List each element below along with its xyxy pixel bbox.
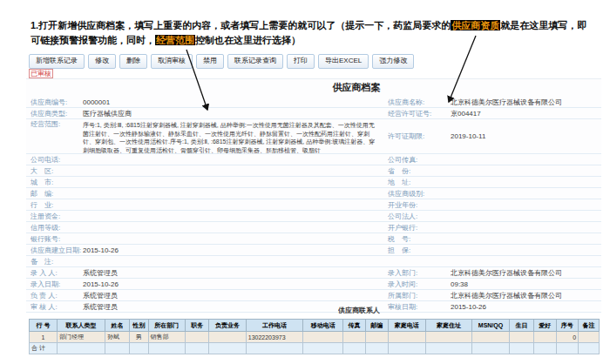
field-value: 2019-10-11 <box>451 131 601 141</box>
form-field-row: 行 业: <box>26 199 383 211</box>
field-label: 注册资金: <box>26 212 83 221</box>
column-header: 职务 <box>185 320 209 332</box>
table-cell <box>579 343 600 354</box>
add-contact-record-button[interactable]: 新增联系记录 <box>29 54 85 69</box>
table-cell <box>533 343 556 354</box>
field-value: 09:38 <box>451 280 601 289</box>
column-header: 移动电话 <box>303 320 343 332</box>
modify-button[interactable]: 修改 <box>88 54 116 69</box>
column-header: 性别 <box>129 320 148 332</box>
field-label: 公司法人: <box>383 212 451 221</box>
column-header: 传真 <box>343 320 366 332</box>
field-label: 负 责 人: <box>26 291 83 300</box>
table-cell <box>246 343 302 354</box>
table-cell <box>426 343 472 354</box>
field-value: 2015-10-26 <box>83 246 383 255</box>
form-field-row: 录入部门:北京科德美尔医疗器械设备有限公司 <box>383 267 601 279</box>
field-label: 录 入 人: <box>26 268 83 278</box>
field-label: 供应商编号: <box>26 98 83 107</box>
field-label: 备 注: <box>26 257 83 266</box>
field-value: 北京科德美尔医疗器械设备有限公司 <box>451 98 601 107</box>
field-label: 开户银行: <box>383 223 451 233</box>
column-header: 姓名 <box>105 320 130 332</box>
table-cell <box>365 332 388 343</box>
field-label: 供应商建立日期: <box>26 246 83 255</box>
form-field-row: 负 责 人:系统管理员 <box>26 290 383 301</box>
status-badge: 已审核 <box>29 69 53 78</box>
column-header: 爱好 <box>533 320 556 332</box>
table-cell <box>185 343 209 354</box>
field-label: 经营许可证号: <box>383 109 451 118</box>
field-label: 许可证期限: <box>383 131 451 141</box>
table-cell: 男 <box>129 332 148 343</box>
table-cell <box>303 332 343 343</box>
contacts-section-title: 供应商联系人 <box>338 306 380 313</box>
field-label: 邮 编: <box>26 189 83 199</box>
highlight-business-scope: 经营范围 <box>155 35 195 45</box>
form-field-row: 录 入 人:系统管理员 <box>26 267 383 279</box>
table-row[interactable]: 1部门经理孙斌男销售部130222039730 <box>30 332 600 343</box>
field-label: 公司传真: <box>383 155 451 165</box>
field-label: 录入时间: <box>383 280 451 289</box>
table-cell <box>510 343 534 354</box>
cancel-audit-button[interactable]: 取消审核 <box>151 54 193 69</box>
form-field-row: 供应商名称:北京科德美尔医疗器械设备有限公司 <box>383 97 601 108</box>
form-field-row: 许可证期限:2019-10-11 <box>383 119 601 154</box>
form-field-row: 录入时间:09:38 <box>383 279 601 290</box>
field-label: 所属部门: <box>383 291 451 300</box>
form-field-row <box>383 256 601 267</box>
field-label: 城 市: <box>26 178 83 187</box>
field-value: 序号:1, 类别:Ⅲ, :6815注射穿刺器械, 注射穿刺器械, 品种举例:一次… <box>83 119 383 154</box>
form-column-right: 供应商名称:北京科德美尔医疗器械设备有限公司经营许可证号:京004417许可证期… <box>383 97 601 313</box>
force-modify-button[interactable]: 强力修改 <box>372 54 414 69</box>
note-line-1: 1.打开新增供应商档案，填写上重要的内容，或者填写上需要的就可以了（提示一下，药… <box>30 18 607 33</box>
delete-button[interactable]: 删除 <box>119 54 147 69</box>
form-field-row: 担 保: <box>383 245 601 256</box>
export-excel-button[interactable]: 导出EXCEL <box>318 54 369 69</box>
table-cell <box>105 343 130 354</box>
field-label: 银行账号: <box>26 234 83 244</box>
column-header: 所在部门 <box>148 320 185 332</box>
form-field-row: 公司电话: <box>26 154 383 165</box>
form-field-row: 开户银行: <box>383 222 601 233</box>
table-cell <box>185 332 209 343</box>
column-header: 序号 <box>556 320 579 332</box>
field-value: 系统管理员 <box>83 268 383 278</box>
field-label: 信用等级: <box>26 223 83 233</box>
field-value: 0000001 <box>83 98 383 107</box>
table-cell <box>148 343 185 354</box>
form-field-row: 供应商类型:医疗器械供应商 <box>26 108 383 119</box>
form-field-row: 城 市: <box>26 177 383 188</box>
form-field-row: 审核日期:2015-10-26 <box>383 301 601 313</box>
table-cell <box>343 332 366 343</box>
form-field-row: 省 份: <box>383 165 601 177</box>
field-label: 审 核 人: <box>26 302 83 312</box>
form-field-row: 开业年份: <box>383 199 601 211</box>
field-label: 录入日期: <box>26 280 83 289</box>
note-text: 控制也在这里进行选择） <box>195 35 301 45</box>
form-field-row: 银行账号: <box>26 233 383 245</box>
field-label: 录入部门: <box>383 268 451 278</box>
table-cell <box>303 343 343 354</box>
column-header: 工作电话 <box>246 320 302 332</box>
contact-record-query-button[interactable]: 联系记录查询 <box>227 54 283 69</box>
form-column-left: 供应商编号:0000001供应商类型:医疗器械供应商经营范围:序号:1, 类别:… <box>26 97 383 313</box>
field-label: 审核日期: <box>383 302 451 312</box>
table-cell <box>388 343 426 354</box>
disable-button[interactable]: 禁用 <box>196 54 224 69</box>
print-button[interactable]: 打印 <box>287 54 315 69</box>
tutorial-note: 1.打开新增供应商档案，填写上重要的内容，或者填写上需要的就可以了（提示一下，药… <box>30 18 607 48</box>
form-field-row: 地 址: <box>383 177 601 188</box>
contacts-table: 行 号联系人类型姓名性别所在部门职务负责业务工作电话移动电话传真邮编家庭电话家庭… <box>29 319 600 354</box>
table-cell <box>58 343 105 354</box>
field-label: 公司电话: <box>26 155 83 165</box>
note-text: 可链接预警报警功能，同时， <box>30 35 155 45</box>
field-value: 2015-10-26 <box>451 302 601 312</box>
form-field-row: 经营范围:序号:1, 类别:Ⅲ, :6815注射穿刺器械, 注射穿刺器械, 品种… <box>26 119 383 154</box>
column-header: 备注 <box>579 320 600 332</box>
supplier-archive-form: 供应商档案 供应商编号:0000001供应商类型:医疗器械供应商经营范围:序号:… <box>26 78 601 310</box>
column-header: 家庭住址 <box>426 320 472 332</box>
page-title: 供应商档案 <box>69 79 610 97</box>
form-field-row: 所属部门:北京科德美尔医疗器械设备有限公司 <box>383 290 601 301</box>
table-cell <box>471 332 510 343</box>
